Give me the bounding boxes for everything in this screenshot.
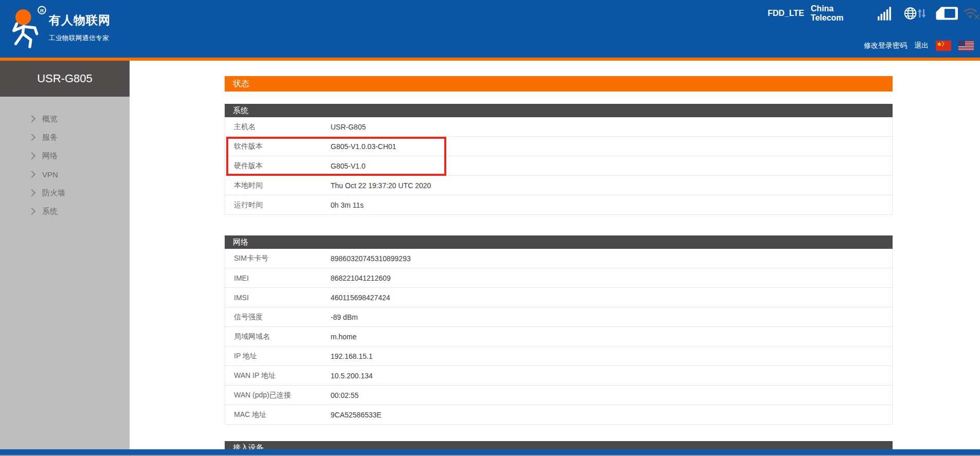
row-label: IMSI: [234, 294, 331, 302]
sidebar-item-network[interactable]: 网络: [0, 147, 130, 165]
table-row: 本地时间 Thu Oct 22 19:37:20 UTC 2020: [225, 176, 892, 195]
table-row: WAN (pdp)已连接 00:02:55: [225, 386, 892, 405]
row-value: 9CA52586533E: [331, 411, 382, 419]
header-accent-stripe: [0, 58, 980, 61]
row-label: 局域网域名: [234, 332, 331, 341]
table-row: 硬件版本 G805-V1.0: [225, 156, 892, 176]
chevron-right-icon: [28, 115, 35, 122]
table-row: 信号强度 -89 dBm: [225, 307, 892, 327]
table-row: IMEI 868221041212609: [225, 268, 892, 288]
sidebar-item-overview[interactable]: 概览: [0, 110, 130, 128]
chevron-right-icon: [28, 208, 35, 215]
row-label: IP 地址: [234, 352, 331, 361]
globe-icon: [904, 7, 917, 20]
sidebar-item-label: 网络: [42, 151, 58, 161]
table-row: IMSI 460115698427424: [225, 288, 892, 307]
network-section: 网络 SIM卡卡号 89860320745310899293 IMEI 8682…: [225, 235, 893, 425]
row-value: G805-V1.0: [331, 162, 366, 170]
header-links-row: 修改登录密码 退出: [864, 41, 974, 51]
table-row: MAC 地址 9CA52586533E: [225, 405, 892, 425]
connection-status-row: FDD_LTE China Telecom: [768, 4, 980, 23]
brand-title: 有人物联网: [49, 12, 111, 28]
table-row: 软件版本 G805-V1.0.03-CH01: [225, 137, 892, 156]
logout-link[interactable]: 退出: [914, 41, 929, 50]
carrier-label: China Telecom: [811, 4, 867, 23]
row-value: 868221041212609: [331, 274, 391, 282]
row-value: 192.168.15.1: [331, 352, 373, 360]
sidebar-item-vpn[interactable]: VPN: [0, 165, 130, 184]
table-row: 局域网域名 m.home: [225, 327, 892, 346]
sidebar-item-label: 系统: [42, 207, 58, 216]
sidebar-item-firewall[interactable]: 防火墙: [0, 184, 130, 202]
row-value: 460115698427424: [331, 294, 390, 302]
chevron-right-icon: [28, 134, 35, 141]
sidebar-item-label: 服务: [42, 133, 58, 142]
sidebar-item-label: 概览: [42, 114, 58, 124]
row-label: 本地时间: [234, 181, 331, 190]
row-label: 运行时间: [234, 200, 331, 210]
main-content: 状态 系统 主机名 USR-G805 软件版本 G805-V1.0.03-CH0…: [225, 76, 893, 454]
row-label: 硬件版本: [234, 161, 331, 171]
brand-text: 有人物联网 工业物联网通信专家: [49, 12, 111, 43]
row-label: 主机名: [234, 122, 331, 132]
wifi-disabled-icon: [964, 7, 980, 20]
usa-flag-canton: [958, 41, 965, 46]
sidebar-menu: 概览 服务 网络 VPN 防火墙 系统: [0, 97, 130, 221]
row-value: 00:02:55: [331, 391, 359, 399]
footer-bar: [0, 449, 980, 455]
china-flag-icon[interactable]: [936, 41, 951, 51]
chevron-right-icon: [28, 171, 35, 178]
row-label: IMEI: [234, 274, 331, 282]
row-value: 10.5.200.134: [331, 372, 373, 380]
page-title: 状态: [225, 76, 893, 92]
system-table: 主机名 USR-G805 软件版本 G805-V1.0.03-CH01 硬件版本…: [225, 117, 893, 215]
table-row: 运行时间 0h 3m 11s: [225, 195, 892, 215]
row-value: Thu Oct 22 19:37:20 UTC 2020: [331, 181, 431, 190]
top-header: R 有人物联网 工业物联网通信专家 FDD_LTE China Telecom: [0, 0, 980, 58]
row-label: SIM卡卡号: [234, 254, 331, 263]
registered-mark: R: [40, 8, 44, 13]
table-row: IP 地址 192.168.15.1: [225, 346, 892, 366]
sidebar-item-system[interactable]: 系统: [0, 202, 130, 221]
row-value: -89 dBm: [331, 313, 358, 321]
network-type-label: FDD_LTE: [768, 9, 804, 18]
row-value: m.home: [331, 333, 357, 341]
table-row: WAN IP 地址 10.5.200.134: [225, 366, 892, 386]
row-value: USR-G805: [331, 123, 366, 131]
row-label: WAN (pdp)已连接: [234, 391, 331, 400]
change-password-link[interactable]: 修改登录密码: [864, 41, 907, 50]
table-row: 主机名 USR-G805: [225, 117, 892, 137]
row-label: MAC 地址: [234, 410, 331, 419]
chevron-right-icon: [28, 152, 35, 159]
sidebar: USR-G805 概览 服务 网络 VPN 防火墙: [0, 61, 130, 456]
row-value: 89860320745310899293: [331, 254, 411, 263]
system-section: 系统 主机名 USR-G805 软件版本 G805-V1.0.03-CH01 硬…: [225, 104, 893, 215]
usa-flag-icon[interactable]: [958, 41, 974, 51]
network-table: SIM卡卡号 89860320745310899293 IMEI 8682210…: [225, 249, 893, 425]
brand-subtitle: 工业物联网通信专家: [49, 34, 111, 43]
row-label: WAN IP 地址: [234, 371, 331, 380]
chevron-right-icon: [28, 189, 35, 196]
signal-strength-icon: [878, 6, 891, 21]
section-header-system: 系统: [225, 104, 893, 117]
sidebar-item-label: VPN: [42, 170, 58, 179]
section-header-network: 网络: [225, 235, 893, 249]
row-value: G805-V1.0.03-CH01: [331, 142, 396, 151]
device-name-header: USR-G805: [0, 61, 130, 97]
sidebar-item-label: 防火墙: [42, 188, 65, 198]
sim-card-icon: [936, 6, 958, 21]
data-transfer-arrows-icon: [917, 7, 926, 20]
row-label: 信号强度: [234, 313, 331, 322]
table-row: SIM卡卡号 89860320745310899293: [225, 249, 892, 268]
row-label: 软件版本: [234, 142, 331, 151]
row-value: 0h 3m 11s: [331, 201, 364, 209]
usr-logo-icon: R: [7, 3, 51, 50]
sidebar-item-services[interactable]: 服务: [0, 128, 130, 147]
